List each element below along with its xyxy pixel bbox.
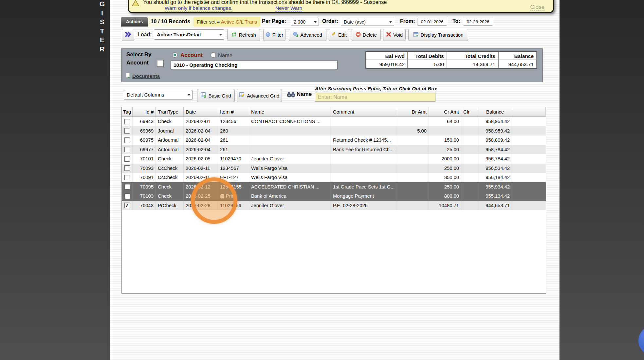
tag-checkbox[interactable] xyxy=(124,165,130,171)
tag-checkbox[interactable] xyxy=(124,156,130,162)
summary-balance: 944,653.71 xyxy=(498,60,537,68)
radio-name[interactable] xyxy=(211,52,216,58)
per-page-select[interactable]: 2,000 xyxy=(291,18,319,26)
documents-link[interactable]: Documents xyxy=(126,73,160,80)
table-row[interactable]: 69969Journal2026-02-042605.00958,959.42 xyxy=(122,126,546,136)
filler-cell xyxy=(512,191,546,201)
tag-checkbox[interactable] xyxy=(124,147,130,152)
dr-amt-cell xyxy=(397,135,429,145)
account-checkbox[interactable] xyxy=(157,60,164,67)
from-date-input[interactable] xyxy=(417,18,447,26)
table-row[interactable]: 69975ArJournal2026-02-04261Returned Chec… xyxy=(122,135,546,145)
trantype-cell: ArJournal xyxy=(156,135,184,145)
name-search-input[interactable] xyxy=(315,93,435,102)
header-tag[interactable]: Tag xyxy=(122,107,133,117)
filter-button[interactable]: Filter xyxy=(263,29,285,41)
edit-button[interactable]: Edit xyxy=(329,29,349,41)
comment-cell: Mortgage Payment xyxy=(331,191,397,201)
advanced-button[interactable]: Advanced xyxy=(289,29,326,41)
balance-cell: 956,534.42 xyxy=(478,164,512,173)
table-row[interactable]: 70103Check2026-02-25PrintBank of America… xyxy=(122,191,546,201)
table-row[interactable]: 69977ArJournal2026-02-04261Bank Fee for … xyxy=(122,145,546,154)
delete-button[interactable]: Delete xyxy=(352,29,381,41)
tag-cell xyxy=(122,135,133,145)
cr-amt-cell: 350.00 xyxy=(429,173,461,182)
table-row[interactable]: ✓70043PrCheck2026-02-2811029466Jennifer … xyxy=(122,201,546,210)
display-transaction-button[interactable]: Display Transaction xyxy=(408,29,468,41)
radio-account[interactable] xyxy=(172,52,177,58)
register-rows: 69943Check2026-02-01123456CONTRACT CONNE… xyxy=(122,117,546,210)
tag-checkbox[interactable] xyxy=(124,184,130,189)
select-by-subtitle: Account xyxy=(126,60,149,66)
tag-checkbox[interactable] xyxy=(124,175,130,180)
id-cell: 70103 xyxy=(133,191,156,201)
actions-button[interactable]: Actions xyxy=(121,17,148,27)
header-clr[interactable]: Clr xyxy=(461,107,478,117)
to-label: To: xyxy=(452,18,460,24)
dr-amt-cell xyxy=(397,201,429,210)
dr-amt-cell: 5.00 xyxy=(397,126,429,136)
table-row[interactable]: 70093CcCheck2026-02-111234567Wells Fargo… xyxy=(122,164,546,173)
cr-amt-cell: 250.00 xyxy=(429,164,461,173)
balance-cell: 958,959.42 xyxy=(478,126,512,136)
tag-cell xyxy=(122,173,133,182)
chevron-down-icon xyxy=(219,34,222,37)
clr-cell xyxy=(461,182,478,192)
header-trantype[interactable]: TranType xyxy=(156,107,184,117)
load-select[interactable]: Active TransDetail xyxy=(154,29,224,40)
clr-cell xyxy=(461,126,478,136)
header-cr-amt[interactable]: Cr Amt xyxy=(429,107,461,117)
basic-grid-button[interactable]: Basic Grid xyxy=(197,89,235,102)
tag-checkbox[interactable] xyxy=(124,137,130,143)
table-row[interactable]: 70095Check2026-02-1212545155ACCELERATED … xyxy=(122,182,546,192)
header-balance[interactable]: Balance xyxy=(478,107,512,117)
id-cell: 70093 xyxy=(133,164,156,173)
cr-amt-cell: 64.00 xyxy=(429,117,461,126)
warn-if-balance-link[interactable]: Warn only if balance changes. xyxy=(165,5,232,11)
order-select[interactable]: Date (asc) xyxy=(341,18,394,26)
register-table: Tag Id # TranType Date Item # Name Comme… xyxy=(121,107,546,294)
table-row[interactable]: 69943Check2026-02-01123456CONTRACT CONNE… xyxy=(122,117,546,126)
name-cell: ACCELERATED CHRISTIAN ... xyxy=(249,182,331,192)
summary-total-debits: 5.00 xyxy=(408,60,447,68)
expand-panel-button[interactable] xyxy=(122,29,134,41)
date-cell: 2026-02-04 xyxy=(184,135,218,145)
register-page: G I S T E R You should go to the registe… xyxy=(0,0,644,360)
id-cell: 69969 xyxy=(133,126,156,136)
tag-checkbox[interactable] xyxy=(124,128,130,134)
tag-checkbox[interactable]: ✓ xyxy=(124,203,130,208)
header-comment[interactable]: Comment xyxy=(331,107,397,117)
void-button[interactable]: Void xyxy=(383,29,406,41)
never-warn-link[interactable]: Never Warn xyxy=(275,5,302,11)
comment-cell: Bank Fee for Returned Ch... xyxy=(331,145,397,154)
radio-name-label: Name xyxy=(218,52,232,59)
to-date-input[interactable] xyxy=(463,18,493,26)
id-cell: 69943 xyxy=(133,117,156,126)
select-by-title: Select By xyxy=(126,51,152,58)
banner-close-link[interactable]: Close xyxy=(530,4,544,11)
columns-select[interactable]: Default Columns xyxy=(124,90,193,100)
comment-cell xyxy=(331,117,397,126)
advanced-grid-button[interactable]: Advanced Grid xyxy=(237,89,282,102)
tag-cell xyxy=(122,182,133,192)
header-date[interactable]: Date xyxy=(184,107,218,117)
refresh-button[interactable]: Refresh xyxy=(227,29,260,41)
header-item[interactable]: Item # xyxy=(218,107,249,117)
balance-cell: 956,784.42 xyxy=(478,154,512,164)
header-dr-amt[interactable]: Dr Amt xyxy=(397,107,429,117)
warning-icon xyxy=(132,0,139,8)
date-cell: 2026-02-04 xyxy=(184,126,218,136)
header-id[interactable]: Id # xyxy=(133,107,156,117)
trantype-cell: Check xyxy=(156,191,184,201)
trantype-cell: Check xyxy=(156,182,184,192)
tag-checkbox[interactable] xyxy=(124,119,130,124)
table-row[interactable]: 70091CcCheck2026-02-11EFT-127Wells Fargo… xyxy=(122,173,546,182)
header-name[interactable]: Name xyxy=(249,107,331,117)
tag-checkbox[interactable] xyxy=(124,193,130,199)
comment-cell: 1st Grade Pace Sets 1st G... xyxy=(331,182,397,192)
account-input[interactable] xyxy=(171,61,338,69)
right-dark-panel xyxy=(560,0,644,360)
filler-cell xyxy=(512,117,546,126)
table-row[interactable]: 70101Check2026-02-0511029470Jennifer Glo… xyxy=(122,154,546,164)
cr-amt-cell: 2000.00 xyxy=(429,154,461,164)
